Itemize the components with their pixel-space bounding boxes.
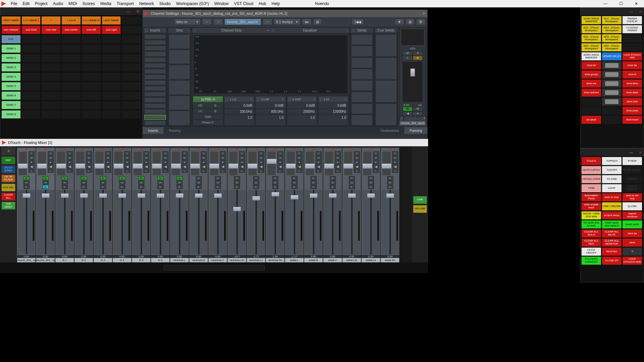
link-link[interactable]: LINK bbox=[413, 196, 427, 204]
mute-button[interactable]: M bbox=[143, 156, 149, 160]
tl-btn-send-1[interactable]: SEND 1 bbox=[2, 45, 20, 53]
read-button[interactable]: R bbox=[253, 176, 259, 180]
rec-button[interactable]: ● bbox=[163, 160, 169, 164]
rp2-btn-punch[interactable]: PUNCH bbox=[623, 175, 642, 183]
prev-icon[interactable]: ◀ bbox=[163, 164, 169, 168]
mute-button[interactable]: M bbox=[201, 156, 207, 160]
hc-label[interactable]: HC bbox=[193, 103, 208, 108]
band-q[interactable]: 1.0 bbox=[256, 114, 285, 120]
tl-btn-solo-center[interactable]: solo center bbox=[62, 26, 81, 34]
edit-button[interactable]: E bbox=[196, 185, 202, 189]
channel-fader[interactable] bbox=[37, 190, 54, 254]
rp-btn-guitar[interactable] bbox=[602, 70, 622, 79]
read-button[interactable]: R bbox=[330, 176, 336, 180]
write-button[interactable]: W bbox=[368, 180, 374, 185]
edit-button[interactable]: E bbox=[119, 185, 125, 189]
tl-btn-send-8[interactable]: SEND 8 bbox=[2, 110, 20, 118]
record-indicator-icon[interactable] bbox=[351, 148, 353, 150]
edit-button[interactable]: E bbox=[62, 185, 68, 189]
rp-btn-floating-panner[interactable]: FLOATING PANNER bbox=[623, 25, 642, 33]
rp2-btn-click-on-off[interactable]: CLICK ON/OFF bbox=[582, 248, 601, 256]
listen-button[interactable]: L bbox=[182, 169, 188, 173]
input-routing-dropdown[interactable]: istru In▼ bbox=[174, 18, 201, 25]
menu-window[interactable]: Window bbox=[212, 1, 231, 6]
record-indicator-icon[interactable] bbox=[217, 148, 219, 150]
prev-icon[interactable]: ◀ bbox=[105, 164, 111, 168]
mute-button[interactable]: M bbox=[373, 156, 379, 160]
rec-button[interactable]: ● bbox=[258, 160, 264, 164]
next-channel-button[interactable]: → bbox=[213, 18, 223, 25]
close-button[interactable]: ✕ bbox=[422, 11, 425, 16]
record-indicator-icon[interactable] bbox=[159, 148, 162, 150]
output-routing-dropdown[interactable]: 5.1 levitys▼ bbox=[274, 18, 301, 25]
solo-button[interactable]: S bbox=[258, 151, 264, 155]
bypass-icon[interactable] bbox=[193, 29, 196, 32]
rp2-btn-clear-all-rec[interactable]: CLEAR ALL REC bbox=[582, 239, 601, 247]
edit-button[interactable]: E bbox=[253, 185, 259, 189]
rec-button[interactable]: ● bbox=[143, 160, 149, 164]
menu-project[interactable]: Project bbox=[32, 1, 50, 6]
record-indicator-icon[interactable] bbox=[83, 148, 85, 150]
channel-name-label[interactable]: Huone_301_ eps2_dialog bbox=[17, 258, 36, 262]
mute-button[interactable]: M bbox=[29, 156, 35, 160]
rp-btn-mic[interactable] bbox=[602, 61, 622, 69]
rp-btn-show-music[interactable]: show music bbox=[623, 116, 642, 124]
prev-icon[interactable]: ◀ bbox=[335, 164, 341, 168]
edit-button[interactable]: E bbox=[387, 185, 393, 189]
tl-btn-vol[interactable]: VOL bbox=[2, 35, 20, 43]
bypass-icon[interactable] bbox=[352, 29, 355, 32]
solo-button[interactable]: S bbox=[86, 151, 92, 155]
edit-button[interactable]: E bbox=[138, 185, 144, 189]
solo-button[interactable]: S bbox=[373, 151, 379, 155]
rp2-btn-resync[interactable]: RESYNC bbox=[602, 248, 622, 256]
solo-button[interactable]: S bbox=[163, 151, 169, 155]
prev-icon[interactable]: ◀ bbox=[29, 164, 35, 168]
rp-btn-work-space-manager[interactable]: WORK SPACE MANAGER bbox=[582, 52, 601, 60]
rec-button[interactable]: ● bbox=[354, 160, 360, 164]
record-indicator-icon[interactable] bbox=[274, 148, 276, 150]
read-button[interactable]: R bbox=[100, 176, 106, 180]
rp-btn-show-props[interactable]: show props bbox=[623, 107, 642, 115]
tl-btn--[interactable]: < bbox=[42, 16, 60, 24]
prev-icon[interactable]: ◀ bbox=[277, 164, 283, 168]
read-button[interactable]: R bbox=[157, 176, 164, 180]
rp-btn-ws2-dtouch-workspace2[interactable]: WS2 - DTouch-Workspace2 bbox=[582, 34, 601, 42]
input-gain-fader[interactable] bbox=[172, 152, 180, 175]
solo-button[interactable]: S bbox=[29, 151, 35, 155]
tl-btn-solo-front[interactable]: solo front bbox=[22, 26, 41, 34]
rp2-btn-susp-pview[interactable]: SUSP PVIEW bbox=[623, 166, 642, 174]
rec-button[interactable]: ● bbox=[48, 160, 54, 164]
prev-channel-button[interactable]: ← bbox=[202, 18, 212, 25]
listen-button[interactable]: L bbox=[277, 169, 283, 173]
write-button[interactable]: W bbox=[272, 180, 278, 185]
channel-fader[interactable] bbox=[247, 190, 265, 254]
prev-icon[interactable]: ◀ bbox=[354, 164, 360, 168]
channel-name-label[interactable]: astiat.C bbox=[323, 258, 342, 262]
listen-button[interactable]: L bbox=[220, 169, 226, 173]
solo-button[interactable]: S bbox=[239, 151, 245, 155]
write-button[interactable]: W bbox=[413, 107, 423, 111]
solo-button[interactable]: S bbox=[201, 151, 207, 155]
gain-label[interactable]: Gain bbox=[193, 114, 223, 119]
mute-button[interactable]: M bbox=[220, 156, 226, 160]
band-freq[interactable]: 12000Hz bbox=[318, 108, 348, 114]
channel-fader[interactable] bbox=[171, 190, 188, 254]
solo-button[interactable]: S bbox=[124, 151, 130, 155]
rp-btn-keys[interactable] bbox=[602, 98, 622, 106]
rp2-btn-loop[interactable]: LOOP bbox=[602, 184, 622, 192]
record-indicator-icon[interactable] bbox=[179, 148, 181, 150]
input-gain-fader[interactable] bbox=[153, 152, 161, 175]
record-indicator-icon[interactable] bbox=[332, 148, 334, 150]
band-freq[interactable]: 2000Hz bbox=[287, 108, 317, 114]
rp2-btn-folders-topmost[interactable]: FOLDERS TOPMOST bbox=[582, 257, 601, 265]
listen-button[interactable]: L bbox=[354, 169, 360, 173]
tl-btn-last-name[interactable]: LAST NAME bbox=[102, 16, 121, 24]
record-indicator-icon[interactable] bbox=[26, 148, 28, 150]
rp2-btn-topnch[interactable]: TOPNCH bbox=[602, 157, 622, 165]
channel-name-label[interactable]: ravintola.Rs bbox=[266, 258, 284, 262]
band-gain[interactable]: 0.0dB bbox=[224, 102, 254, 108]
rec-button[interactable]: ● bbox=[201, 160, 207, 164]
record-button[interactable]: ● bbox=[413, 111, 423, 116]
prev-icon[interactable]: ◀ bbox=[201, 164, 207, 168]
channel-fader[interactable] bbox=[209, 190, 227, 254]
